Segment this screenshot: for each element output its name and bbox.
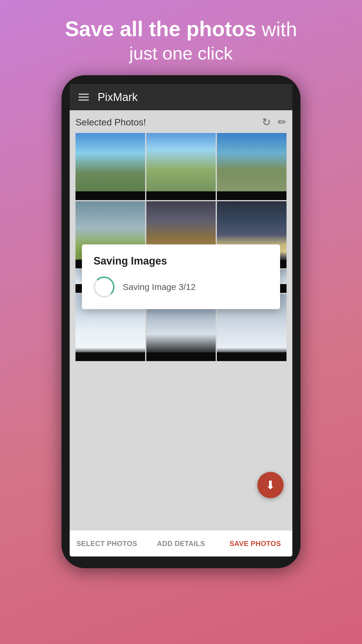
nav-save-photos[interactable]: SAVE PHOTOS	[218, 540, 292, 548]
section-title: Selected Photos!	[75, 117, 146, 128]
saving-dialog: Saving Images Saving Image 3/12	[82, 244, 280, 309]
menu-icon[interactable]	[78, 94, 89, 101]
hero-section: Save all the photos with just one click	[42, 0, 320, 75]
dialog-status-text: Saving Image 3/12	[123, 282, 196, 292]
hero-bold-text: Save all the photos	[65, 17, 256, 41]
nav-select-photos[interactable]: SELECT PHOTOS	[70, 540, 144, 548]
photo-cell[interactable]	[75, 133, 145, 200]
app-title: PixMark	[98, 91, 138, 104]
phone-shell: PixMark Selected Photos! ↻ ✏	[61, 75, 301, 568]
fab-download-button[interactable]: ⬇	[257, 472, 284, 498]
dialog-title: Saving Images	[94, 255, 268, 267]
app-bar: PixMark	[70, 84, 292, 110]
hero-normal-text: with	[256, 18, 297, 40]
photo-cell[interactable]	[217, 133, 287, 200]
photo-cell[interactable]	[146, 133, 216, 200]
header-actions: ↻ ✏	[262, 116, 287, 128]
dialog-body: Saving Image 3/12	[94, 276, 268, 298]
hero-subtitle: just one click	[65, 43, 297, 64]
nav-add-details[interactable]: ADD DETAILS	[144, 540, 218, 548]
phone-screen: PixMark Selected Photos! ↻ ✏	[70, 84, 292, 556]
loading-spinner	[94, 276, 115, 298]
dialog-overlay: Saving Images Saving Image 3/12	[70, 244, 292, 309]
content-area: Selected Photos! ↻ ✏	[70, 110, 292, 530]
bottom-nav: SELECT PHOTOS ADD DETAILS SAVE PHOTOS	[70, 530, 292, 556]
refresh-icon[interactable]: ↻	[262, 116, 271, 128]
section-header: Selected Photos! ↻ ✏	[75, 116, 287, 128]
edit-icon[interactable]: ✏	[278, 116, 287, 128]
download-icon: ⬇	[266, 478, 275, 492]
